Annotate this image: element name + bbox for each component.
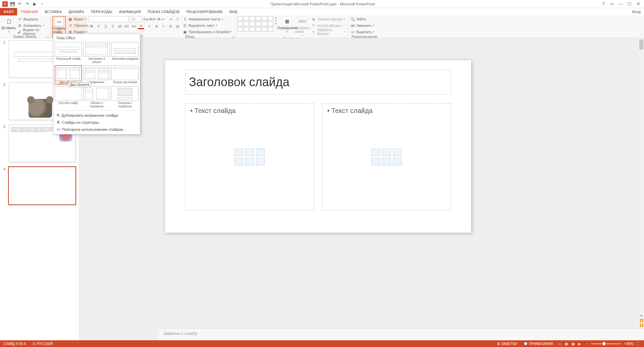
close-icon[interactable]: ✕ [635, 1, 641, 7]
cut-button[interactable]: ✂Вырезать [17, 16, 48, 22]
help-icon[interactable]: ? [600, 1, 606, 7]
ribbon-display-icon[interactable]: ▭ [609, 1, 615, 7]
content-placeholder-left[interactable]: • Текст слайда [185, 103, 314, 211]
quick-styles-button[interactable]: AbcЭкспресс-стили▾ [296, 16, 309, 37]
slideshow-view-icon[interactable]: ▶ [576, 341, 583, 346]
strike-button[interactable]: S [110, 23, 116, 29]
shape-fill-button[interactable]: ◆Заливка фигуры▾ [311, 16, 346, 22]
layout-picture-caption[interactable]: Рисунок с подписью [111, 86, 139, 108]
underline-button[interactable]: Ч [103, 23, 109, 29]
tab-file[interactable]: ФАЙЛ [0, 8, 17, 15]
insert-chart-icon[interactable] [245, 149, 254, 156]
scroll-down-icon[interactable]: ▼ [639, 314, 644, 319]
duplicate-slides-menuitem[interactable]: ⧉Дублировать выбранные слайды [55, 112, 139, 119]
zoom-in-icon[interactable]: + [624, 342, 626, 346]
reset-button[interactable]: ↺Сбросить [68, 22, 89, 28]
shapes-more-icon[interactable]: ▾ [275, 22, 278, 25]
insert-table-icon[interactable] [235, 149, 243, 156]
insert-online-picture-icon[interactable] [245, 158, 254, 165]
insert-chart-icon[interactable] [382, 149, 391, 156]
zoom-out-icon[interactable]: − [586, 342, 588, 346]
smartart-button[interactable]: ▣Преобразовать в SmartArt▾ [183, 29, 232, 35]
slide-editor[interactable]: Заголовок слайда • Текст слайда • Текст … [79, 38, 644, 340]
tab-animation[interactable]: АНИМАЦИЯ [115, 8, 144, 15]
justify-button[interactable]: ≣ [167, 23, 174, 29]
layout-title-only[interactable]: Только заголовок [111, 65, 139, 85]
notes-pane[interactable]: Заметки к слайду [158, 328, 644, 340]
layout-comparison[interactable]: Сравнение [83, 65, 110, 85]
layout-content-caption[interactable]: Объект с подписью [83, 86, 110, 108]
shapes-gallery[interactable] [238, 16, 273, 32]
insert-smartart-icon[interactable] [256, 149, 265, 156]
comments-toggle[interactable]: 💬ПРИМЕЧАНИЯ [520, 342, 556, 346]
slide-count[interactable]: СЛАЙД 4 ИЗ 4 [0, 342, 29, 346]
tab-design[interactable]: ДИЗАЙН [65, 8, 87, 15]
sorter-view-icon[interactable]: ▦ [563, 341, 569, 346]
language-status[interactable]: ☑РУССКИЙ [29, 342, 56, 346]
bullets-button[interactable]: ≡▾ [146, 16, 152, 22]
sign-in-link[interactable]: Вход [632, 8, 644, 15]
redo-icon[interactable]: ↷ [24, 1, 30, 7]
thumb-4[interactable]: 4 [3, 167, 76, 205]
title-placeholder[interactable]: Заголовок слайда [185, 70, 451, 95]
save-icon[interactable]: 💾 [9, 1, 15, 7]
content-placeholder-right[interactable]: • Текст слайда [322, 103, 451, 211]
bold-button[interactable]: Ж [89, 23, 95, 29]
shapes-up-icon[interactable]: ▴ [275, 16, 278, 19]
layout-title-slide[interactable]: Титульный слайд [55, 42, 82, 64]
insert-picture-icon[interactable] [235, 158, 243, 165]
insert-table-icon[interactable] [371, 149, 380, 156]
text-direction-button[interactable]: ↧Направление текста▾ [183, 16, 232, 22]
columns-button[interactable]: ▥ [175, 23, 181, 29]
layout-two-content[interactable]: Два объекта [55, 65, 82, 85]
replace-button[interactable]: abЗаменить▾ [350, 22, 375, 28]
case-button[interactable]: Aa [131, 23, 137, 29]
vertical-scrollbar[interactable]: ▲ ▼ ⏫ ⏬ [639, 38, 644, 328]
tab-insert[interactable]: ВСТАВКА [41, 8, 65, 15]
shape-effects-button[interactable]: ✦Эффекты фигуры▾ [311, 29, 346, 35]
font-size-input[interactable] [130, 16, 141, 22]
zoom-value[interactable]: 90% [627, 342, 633, 346]
slides-from-outline-menuitem[interactable]: ≣Слайды из структуры... [55, 119, 139, 126]
prev-slide-icon[interactable]: ⏫ [639, 319, 644, 324]
line-spacing-button[interactable]: ‡ [175, 16, 181, 22]
tab-review[interactable]: РЕЦЕНЗИРОВАНИЕ [183, 8, 226, 15]
shapes-down-icon[interactable]: ▾ [275, 19, 278, 22]
italic-button[interactable]: К [96, 23, 102, 29]
insert-online-picture-icon[interactable] [382, 158, 391, 165]
align-center-button[interactable]: ≣ [153, 23, 159, 29]
reuse-slides-menuitem[interactable]: ▭Повторное использование слайдов... [55, 126, 139, 133]
fit-to-window-icon[interactable]: ⛶ [634, 341, 641, 346]
minimize-icon[interactable]: — [618, 1, 624, 7]
maximize-icon[interactable]: ☐ [627, 1, 633, 7]
zoom-slider[interactable] [591, 343, 621, 344]
next-slide-icon[interactable]: ⏬ [639, 324, 644, 328]
tab-transitions[interactable]: ПЕРЕХОДЫ [87, 8, 115, 15]
notes-toggle[interactable]: ≣ЗАМЕТКИ [494, 342, 520, 346]
layout-section-header[interactable]: Заголовок раздела [111, 42, 139, 64]
insert-smartart-icon[interactable] [393, 149, 402, 156]
slide-canvas[interactable]: Заголовок слайда • Текст слайда • Текст … [165, 60, 471, 233]
paste-button[interactable]: 📋 Вставить ▾ [2, 16, 15, 33]
undo-icon[interactable]: ↶ [17, 1, 23, 7]
insert-video-icon[interactable] [393, 158, 402, 165]
layout-blank[interactable]: Пустой слайд [55, 86, 82, 108]
decrease-indent-button[interactable]: ⇤ [160, 16, 166, 22]
reading-view-icon[interactable]: ▣ [569, 341, 576, 346]
collapse-ribbon-icon[interactable]: ˄ [641, 34, 643, 37]
shape-outline-button[interactable]: ✎Контур фигуры▾ [311, 22, 346, 28]
shadow-button[interactable]: ab [117, 23, 123, 29]
copy-button[interactable]: ⧉Копировать▾ [17, 22, 48, 28]
normal-view-icon[interactable]: ▭ [556, 341, 563, 346]
align-right-button[interactable]: ≡ [160, 23, 166, 29]
tab-slideshow[interactable]: ПОКАЗ СЛАЙДОВ [144, 8, 183, 15]
align-left-button[interactable]: ≡ [146, 23, 152, 29]
font-name-input[interactable] [89, 16, 129, 22]
font-color-button[interactable]: A [138, 23, 144, 29]
align-text-button[interactable]: ☰Выровнять текст▾ [183, 22, 232, 28]
insert-video-icon[interactable] [256, 158, 265, 165]
font-dialog-icon[interactable]: ◲ [141, 34, 143, 37]
select-button[interactable]: ▭Выделить▾ [350, 29, 375, 35]
startshow-icon[interactable]: ▶ [32, 1, 38, 7]
numbering-button[interactable]: ⒈▾ [153, 16, 159, 22]
